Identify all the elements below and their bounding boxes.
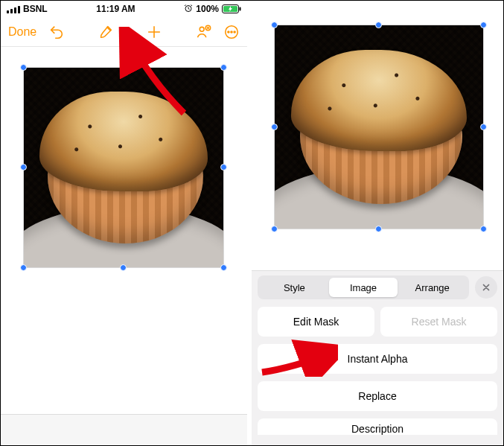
handle-top-left[interactable]: [20, 64, 27, 71]
done-button[interactable]: Done: [8, 25, 36, 39]
brush-icon[interactable]: [98, 24, 114, 40]
format-tabs[interactable]: Style Image Arrange: [258, 275, 469, 299]
format-panel: Style Image Arrange Edit Mask Reset Mask…: [252, 270, 503, 445]
svg-point-8: [200, 27, 204, 31]
selected-image-right[interactable]: [274, 25, 484, 229]
svg-rect-1: [10, 9, 13, 13]
undo-icon[interactable]: [48, 24, 65, 40]
handle-top-left[interactable]: [271, 22, 278, 28]
handle-bottom-right[interactable]: [220, 264, 227, 271]
canvas[interactable]: [1, 47, 247, 445]
handle-top-right[interactable]: [220, 64, 227, 71]
edit-mask-button[interactable]: Edit Mask: [258, 307, 374, 337]
tab-image[interactable]: Image: [329, 278, 398, 297]
muffin-photo[interactable]: [275, 25, 483, 229]
svg-point-11: [228, 31, 229, 32]
reset-mask-button: Reset Mask: [380, 307, 497, 337]
close-icon[interactable]: [475, 276, 497, 299]
handle-bottom-middle[interactable]: [120, 264, 127, 271]
svg-rect-0: [7, 10, 9, 13]
svg-rect-7: [240, 7, 241, 11]
alarm-icon: [184, 4, 193, 15]
tab-arrange[interactable]: Arrange: [398, 278, 467, 297]
battery-icon: [222, 4, 241, 13]
handle-middle-right[interactable]: [220, 164, 227, 171]
signal-icon: [7, 5, 20, 13]
handle-bottom-right[interactable]: [480, 226, 487, 232]
handle-top-right[interactable]: [480, 22, 487, 28]
carrier-label: BSNL: [23, 4, 48, 14]
screenshot-left: BSNL 11:19 AM 100% Done: [1, 1, 252, 445]
handle-bottom-left[interactable]: [20, 264, 27, 271]
instant-alpha-button[interactable]: Instant Alpha: [258, 344, 497, 374]
handle-top-middle[interactable]: [120, 64, 127, 71]
svg-rect-3: [18, 6, 20, 13]
handle-middle-left[interactable]: [20, 164, 27, 171]
handle-middle-left[interactable]: [271, 124, 278, 130]
svg-point-12: [231, 31, 232, 32]
replace-button[interactable]: Replace: [258, 381, 497, 411]
handle-bottom-middle[interactable]: [375, 226, 382, 232]
battery-label: 100%: [196, 4, 219, 14]
handle-bottom-left[interactable]: [271, 226, 278, 232]
selected-image[interactable]: [23, 67, 224, 268]
handle-middle-right[interactable]: [480, 124, 487, 130]
plus-icon[interactable]: [146, 24, 162, 40]
more-icon[interactable]: [223, 24, 240, 40]
description-button[interactable]: Description: [258, 418, 497, 435]
bottom-bar: [1, 414, 247, 445]
svg-point-13: [234, 31, 235, 32]
svg-rect-2: [14, 7, 16, 13]
tab-style[interactable]: Style: [260, 278, 329, 297]
toolbar: Done: [1, 17, 247, 47]
status-bar: BSNL 11:19 AM 100%: [1, 1, 247, 17]
status-time: 11:19 AM: [48, 4, 185, 14]
collaborate-icon[interactable]: [195, 24, 211, 40]
handle-top-middle[interactable]: [375, 22, 382, 28]
screenshot-right: Style Image Arrange Edit Mask Reset Mask…: [252, 1, 503, 445]
muffin-photo[interactable]: [24, 68, 223, 267]
